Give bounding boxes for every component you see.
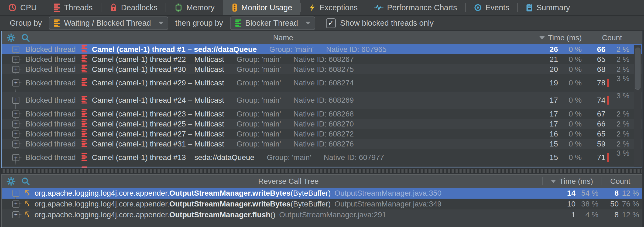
method-name: OutputStreamManager.writeBytes [169,200,291,208]
blocked-thread-row[interactable]: Blocked thread Camel (camel-1) thread #1… [2,149,642,166]
blocked-thread-row[interactable]: Blocked thread Camel (camel-1) thread #1… [2,44,642,54]
blocked-thread-label: Blocked thread [25,110,76,118]
tab-label: CPU [20,3,37,12]
count-percent: 76 % [619,200,639,208]
name-column-header[interactable]: Name [35,34,532,42]
expand-icon[interactable] [12,190,19,197]
time-column-header[interactable]: Time (ms) [543,177,601,186]
group-by-dropdown[interactable]: Waiting / Blocked Thread [49,16,168,30]
blocked-thread-row[interactable]: Blocked thread Camel (camel-1) thread #2… [2,92,642,109]
thread-name: Camel (camel-1) thread #22 – Multicast [92,55,224,64]
tab-events[interactable]: Events [466,0,518,15]
expand-icon[interactable] [12,66,19,73]
tab-summary[interactable]: Summary [518,0,578,15]
thread-name-cell: Blocked thread Camel (camel-1) thread #2… [2,129,532,139]
blocked-thread-row[interactable]: Blocked thread Camel (camel-1) thread #2… [2,129,642,139]
then-group-by-dropdown[interactable]: Blocker Thread [230,16,315,30]
thread-native-id: Native ID: 608272 [293,130,354,138]
memory-chip-icon [174,3,183,12]
expand-icon[interactable] [12,79,19,86]
expand-icon[interactable] [12,56,19,63]
settings-gear-icon[interactable] [6,33,16,42]
panel-splitter-handle[interactable] [1,169,642,173]
blocked-thread-row[interactable]: Blocked thread Camel (camel-1) thread #2… [2,166,642,168]
call-tree-row[interactable]: org.apache.logging.log4j.core.appender.O… [2,199,642,209]
expand-icon[interactable] [12,141,19,148]
sort-descending-icon [551,180,556,183]
settings-gear-icon[interactable] [6,177,16,186]
thread-native-id: Native ID: 608275 [293,65,354,74]
blocked-thread-row[interactable]: Blocked thread Camel (camel-1) thread #3… [2,64,642,74]
tab-label: Events [485,3,509,12]
checkbox-checked-icon[interactable]: ✓ [326,18,336,28]
method-signature: (ByteBuffer) [290,189,331,198]
blocked-thread-label: Blocked thread [25,167,76,168]
blocked-thread-label: Blocked thread [25,96,76,105]
count-value: 67 [589,110,605,118]
expand-icon[interactable] [12,211,19,218]
expand-icon[interactable] [12,111,19,118]
count-value: 65 [589,167,605,168]
source-location: OutputStreamManager.java:350 [334,189,441,198]
count-percent: 2 % [605,45,629,54]
blocked-thread-row[interactable]: Blocked thread Camel (camel-1) thread #2… [2,54,642,64]
tab-memory[interactable]: Memory [166,0,223,15]
blocked-thread-row[interactable]: Blocked thread Camel (camel-1) thread #2… [2,119,642,129]
tab-monitor-usage[interactable]: Monitor Usage [223,0,300,15]
search-icon[interactable] [21,33,30,42]
time-value: 17 [532,110,558,118]
time-percent: 0 % [558,153,582,162]
expand-icon[interactable] [12,121,19,128]
expand-icon[interactable] [12,168,19,168]
scrollbar-thumb[interactable] [635,48,640,90]
thread-name: Camel (camel-1) thread #23 – Multicast [92,110,224,118]
time-percent: 38 % [576,200,598,208]
thread-native-id: Native ID: 608268 [293,110,354,118]
reverse-call-tree-rows: org.apache.logging.log4j.core.appender.O… [2,188,642,220]
count-percent-bar [607,153,609,162]
time-column-header[interactable]: Time (ms) [532,34,589,42]
reverse-call-tree-title[interactable]: Reverse Call Tree [35,177,542,186]
expand-icon[interactable] [12,131,19,138]
tab-exceptions[interactable]: Exceptions [301,0,366,15]
thread-native-id: Native ID: 608270 [293,120,354,128]
time-percent: 0 % [558,130,582,138]
time-percent: 4 % [576,211,598,219]
thread-name: Camel (camel-1) thread #27 – Multicast [92,130,224,138]
thread-group: Group: 'main' [237,120,281,128]
call-tree-row[interactable]: org.apache.logging.log4j.core.appender.O… [2,188,642,199]
thread-name: Camel (camel-1) thread #31 – Multicast [92,140,224,148]
thread-name-cell: Blocked thread Camel (camel-1) thread #1… [2,153,532,163]
expand-icon[interactable] [12,201,19,208]
count-column-header[interactable]: Count [589,34,635,42]
blocked-thread-row[interactable]: Blocked thread Camel (camel-1) thread #3… [2,139,642,149]
tab-performance-charts[interactable]: Performance Charts [366,0,465,15]
blocked-thread-row[interactable]: Blocked thread Camel (camel-1) thread #2… [2,109,642,119]
blocked-thread-row[interactable]: Blocked thread Camel (camel-1) thread #2… [2,74,642,92]
call-tree-row[interactable]: org.apache.logging.log4j.core.appender.O… [2,209,642,220]
time-percent: 0 % [558,120,582,128]
thread-native-id: Native ID: 608267 [293,55,354,64]
thread-name: Camel (camel-1) thread #25 – Multicast [92,120,224,128]
profiler-tab-bar: CPU Threads Deadlocks Memory Monitor Usa… [0,0,644,16]
reverse-call-icon [24,199,31,209]
count-column-header[interactable]: Count [601,177,639,186]
expand-icon[interactable] [12,46,19,53]
vertical-scrollbar[interactable] [634,45,641,167]
thread-name: Camel (camel-1) thread #13 – seda://data… [92,153,254,162]
expand-icon[interactable] [12,154,19,161]
blocked-thread-label: Blocked thread [25,153,76,162]
count-percent: 2 % [605,110,629,118]
time-percent: 0 % [558,79,582,87]
count-percent-bar [607,96,609,105]
method-signature: (ByteBuffer) [290,200,331,208]
time-value: 10 [546,200,576,208]
show-blocked-threads-toggle[interactable]: ✓ Show blocked threads only [326,18,434,28]
expand-icon[interactable] [12,97,19,104]
thread-icon [81,64,88,74]
tab-deadlocks[interactable]: Deadlocks [101,0,166,15]
tab-threads[interactable]: Threads [45,0,101,15]
time-value: 15 [532,140,558,148]
tab-cpu[interactable]: CPU [0,0,45,15]
search-icon[interactable] [21,177,30,186]
